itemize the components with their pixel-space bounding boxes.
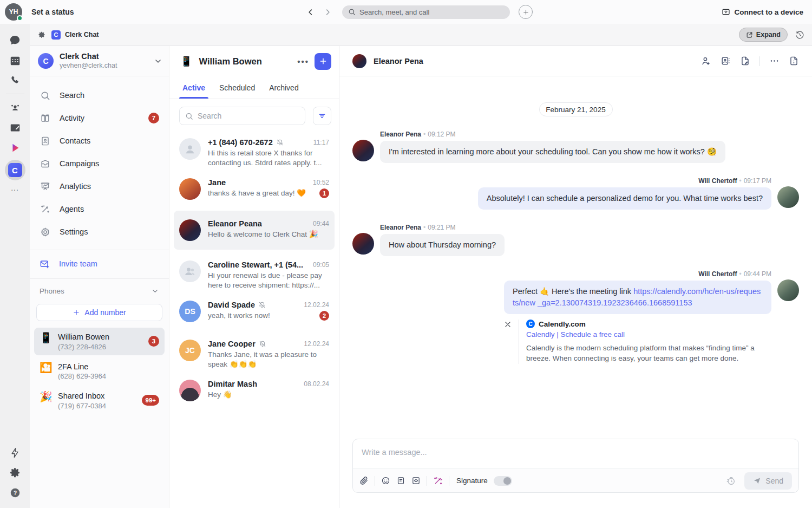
message-area: February 21, 2025 Eleanor Pena•09:12 PM … [339, 76, 812, 429]
message-time: 09:21 PM [428, 224, 455, 231]
conversation-list-item[interactable]: Dimitar Mash 08.02.24 Hey 👋 [174, 374, 335, 407]
filter-icon[interactable] [313, 107, 331, 125]
more-options-icon[interactable] [769, 56, 780, 66]
sidebar: C Clerk Chat yevhen@clerk.chat Search [30, 46, 169, 508]
document-info-icon[interactable] [789, 56, 799, 66]
phone-icon[interactable] [4, 70, 26, 90]
link-preview-card: CCalendly.com Calendly | Schedule a free… [504, 320, 771, 364]
expand-button[interactable]: Expand [739, 28, 788, 42]
conversation-preview: thanks & have a great day! 🧡 [208, 188, 315, 198]
workspace-email: yevhen@clerk.chat [60, 62, 117, 70]
back-button[interactable] [303, 5, 317, 19]
lightning-icon[interactable] [4, 442, 26, 463]
global-search[interactable]: Search, meet, and call [342, 5, 510, 19]
signature-toggle[interactable] [494, 476, 512, 486]
set-status-button[interactable]: Set a status [31, 8, 74, 16]
calendar-icon[interactable] [4, 50, 26, 70]
message-input[interactable] [353, 439, 798, 468]
toggle-knob [503, 477, 511, 485]
message-outgoing: Will Chertoff•09:17 PM Absolutely! I can… [352, 177, 799, 210]
message-incoming: Eleanor Pena•09:21 PM How about Thursday… [352, 224, 799, 256]
conversation-list-item[interactable]: Caroline Stewart, +1 (54... 09:05 Hi you… [174, 255, 335, 295]
gear-icon[interactable] [37, 30, 46, 39]
document-edit-icon[interactable] [740, 56, 750, 66]
conversation-list-item[interactable]: +1 (844) 670-2672 11:17 Hi this is retai… [174, 133, 335, 173]
conversation-name: Dimitar Mash [208, 380, 257, 388]
preview-link-title[interactable]: Calendly | Schedule a free call [526, 330, 771, 338]
new-meeting-button[interactable] [519, 5, 533, 19]
clips-icon[interactable] [4, 138, 26, 158]
expand-label: Expand [756, 31, 781, 38]
sidebar-item-activity[interactable]: Activity 7 [30, 107, 169, 129]
conversation-list-item-selected[interactable]: Eleanor Peana 09:44 Hello & welcome to C… [174, 211, 335, 250]
contact-card-icon[interactable] [721, 56, 731, 66]
sidebar-item-analytics[interactable]: Analytics [30, 175, 169, 198]
close-icon[interactable] [504, 320, 512, 328]
phone-line-2fa[interactable]: 🎦 2FA Line (628) 629-3964 [34, 357, 165, 385]
forward-button[interactable] [320, 5, 335, 19]
preview-description: Calendly is the modern scheduling platfo… [526, 343, 770, 364]
phone-line-william-bowen[interactable]: 📱 William Bowen (732) 228-4826 3 [34, 328, 165, 355]
chevron-down-icon[interactable] [154, 57, 162, 66]
avatar [352, 140, 374, 161]
bell-muted-icon [258, 301, 266, 309]
more-options-icon[interactable]: ••• [297, 57, 309, 66]
divider [449, 476, 449, 486]
divider [427, 476, 427, 486]
clerk-chat-tab-label: Clerk Chat [65, 31, 99, 38]
more-icon[interactable]: ... [11, 184, 19, 192]
clerk-chat-tab-icon: C [51, 30, 61, 40]
clerk-chat-app-icon[interactable]: C [5, 160, 25, 180]
campaigns-icon [40, 158, 50, 169]
sidebar-item-agents[interactable]: Agents [30, 198, 169, 220]
conversation-time: 10:52 [313, 179, 329, 186]
phones-section-header[interactable]: Phones [30, 279, 169, 303]
code-snippet-icon[interactable] [411, 476, 421, 485]
workspace-switcher[interactable]: C Clerk Chat yevhen@clerk.chat [30, 46, 169, 76]
conversation-tabs: Active Scheduled Archived [169, 76, 339, 99]
add-number-button[interactable]: Add number [36, 304, 162, 321]
tab-active[interactable]: Active [182, 76, 205, 99]
connect-to-device-button[interactable]: Connect to a device [722, 8, 803, 16]
tab-scheduled[interactable]: Scheduled [219, 76, 255, 99]
user-avatar[interactable]: YH [5, 3, 22, 21]
activity-badge: 7 [148, 113, 159, 123]
whiteboard-icon[interactable] [4, 118, 26, 138]
chat-icon[interactable] [4, 30, 26, 50]
sidebar-item-search[interactable]: Search [30, 84, 169, 107]
settings-icon[interactable] [4, 463, 26, 483]
sidebar-item-label: Campaigns [60, 159, 99, 168]
schedule-send-icon[interactable] [726, 476, 736, 486]
contacts-icon[interactable] [4, 97, 26, 118]
phone-line-shared-inbox[interactable]: 🎉 Shared Inbox (719) 677-0384 99+ [34, 387, 165, 414]
tab-archived[interactable]: Archived [269, 76, 298, 99]
ai-wand-icon[interactable] [433, 476, 443, 486]
conversation-list-item[interactable]: JC Jane Cooper 12.02.24 Thanks Jane, it … [174, 334, 335, 374]
help-icon[interactable]: ? [4, 483, 26, 503]
agents-icon [40, 204, 50, 214]
conversation-time: 12.02.24 [304, 340, 329, 348]
templates-icon[interactable] [396, 476, 405, 485]
sidebar-item-contacts[interactable]: Contacts [30, 129, 169, 152]
invite-team-button[interactable]: Invite team [30, 250, 169, 277]
add-person-icon[interactable] [701, 56, 711, 66]
avatar-placeholder [179, 138, 201, 160]
attachment-icon[interactable] [359, 476, 369, 485]
conversation-list-item[interactable]: Jane 10:52 thanks & have a great day! 🧡 … [174, 173, 335, 205]
conversation-search-input[interactable] [198, 112, 299, 120]
message-outgoing: Will Chertoff•09:44 PM Perfect 🤙 Here's … [352, 270, 799, 364]
conversation-time: 09:44 [313, 220, 329, 227]
message-time: 09:17 PM [744, 177, 771, 185]
paper-plane-icon [753, 477, 761, 485]
history-icon[interactable] [795, 30, 804, 40]
tab-clerk-chat[interactable]: C Clerk Chat [51, 30, 99, 40]
conversation-list-item[interactable]: DS David Spade 12.02.24 yeah, it works n… [174, 295, 335, 328]
sidebar-item-campaigns[interactable]: Campaigns [30, 152, 169, 175]
conversation-name: David Spade [208, 301, 255, 309]
sidebar-item-settings[interactable]: Settings [30, 220, 169, 243]
contact-avatar[interactable] [352, 54, 366, 68]
conversation-preview: Hello & welcome to Clerk Chat 🎉 [208, 230, 329, 239]
send-button[interactable]: Send [744, 472, 792, 490]
emoji-icon[interactable] [381, 476, 390, 485]
new-conversation-button[interactable] [315, 53, 331, 70]
